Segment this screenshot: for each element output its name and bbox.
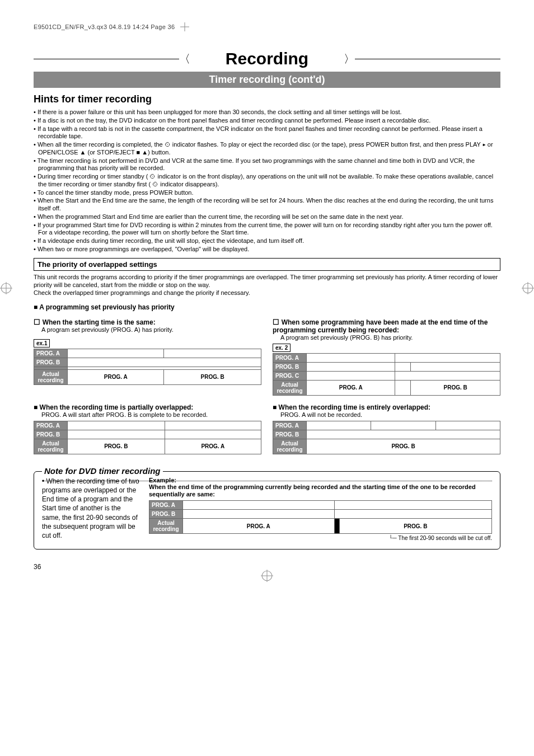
hint-item: If your programmed Start time for DVD re… (34, 222, 500, 237)
case3-desc: PROG. A will start after PROG. B is comp… (41, 411, 261, 419)
case-partial-overlap: When the recording time is partially ove… (34, 403, 261, 454)
case3-title: When the recording time is partially ove… (34, 403, 261, 411)
hint-item: If there is a power failure or this unit… (34, 109, 500, 116)
case-end-time: When some programming have been made at … (273, 313, 500, 395)
schedule-table-partial: PROG. A PROG. B Actual recording PROG. B… (34, 421, 261, 454)
hint-item: When two or more programmings are overla… (34, 246, 500, 253)
actual-b: PROG. B (339, 519, 492, 534)
row-prog-c: PROG. C (273, 371, 307, 380)
crop-mark-icon (180, 22, 189, 32)
section-priority-rule: A programming set previously has priorit… (34, 303, 500, 311)
note-left-text: • When the recording time of two program… (42, 477, 140, 541)
row-actual: Actual recording (149, 519, 183, 534)
row-prog-a: PROG. A (34, 421, 68, 430)
row-prog-a: PROG. A (34, 349, 68, 358)
registration-mark-left (0, 282, 12, 294)
case1-title: When the starting time is the same: (34, 318, 261, 326)
case2-title: When some programming have been made at … (273, 318, 500, 334)
actual-a: PROG. A (307, 380, 395, 395)
row-prog-a: PROG. A (273, 353, 307, 362)
chevron-right-icon: 〉 (344, 51, 355, 67)
actual-b: PROG. B (411, 380, 500, 395)
chevron-left-icon: 〈 (179, 51, 190, 67)
cutoff-note: └─ The first 20-90 seconds will be cut o… (149, 535, 492, 541)
row-prog-b: PROG. B (273, 362, 307, 371)
actual-b: PROG. B (68, 439, 165, 454)
row-actual: Actual recording (34, 369, 68, 384)
example-label: Example: (149, 477, 492, 483)
example-tag-1: ex.1 (34, 339, 50, 348)
row-actual: Actual recording (273, 439, 307, 454)
hint-item: If a videotape ends during timer recordi… (34, 237, 500, 245)
print-header-text: E9501CD_EN/FR_v3.qx3 04.8.19 14:24 Page … (34, 24, 175, 30)
case-same-start: When the starting time is the same: A pr… (34, 313, 261, 395)
print-job-header: E9501CD_EN/FR_v3.qx3 04.8.19 14:24 Page … (34, 22, 500, 32)
hint-item: To cancel the timer standby mode, press … (34, 189, 500, 197)
hints-heading: Hints for timer recording (34, 93, 500, 105)
row-prog-b: PROG. B (34, 430, 68, 439)
title-row: 〈 Recording 〉 (34, 49, 500, 68)
section-subtitle: Timer recording (cont'd) (34, 72, 500, 88)
case2-desc: A program set previously (PROG. B) has p… (280, 334, 500, 341)
row-prog-b: PROG. B (149, 510, 183, 519)
hint-item: The timer recording is not performed in … (34, 157, 500, 173)
page-title: Recording (226, 49, 308, 68)
hint-item: If a disc is not on the tray, the DVD in… (34, 117, 500, 125)
actual-a: PROG. A (183, 519, 335, 534)
hints-list: If there is a power failure or this unit… (34, 109, 500, 253)
note-box: Note for DVD timer recording • When the … (34, 471, 500, 550)
row-prog-b: PROG. B (273, 430, 307, 439)
actual-a: PROG. A (165, 439, 261, 454)
priority-heading: The priority of overlapped settings (34, 258, 500, 271)
row-prog-a: PROG. A (149, 501, 183, 510)
schedule-table-ex1: PROG. A PROG. B Actual recording PROG. A… (34, 349, 261, 385)
actual-b: PROG. B (164, 369, 261, 384)
case4-desc: PROG. A will not be recorded. (280, 411, 500, 419)
row-prog-a: PROG. A (273, 421, 307, 430)
row-actual: Actual recording (34, 439, 68, 454)
actual-a: PROG. A (68, 369, 164, 384)
case1-desc: A program set previously (PROG. A) has p… (41, 326, 261, 334)
schedule-table-entire: PROG. A PROG. B Actual recording PROG. B (273, 421, 500, 454)
example-tag-2: ex. 2 (273, 344, 291, 352)
registration-mark-right (522, 282, 534, 294)
example-desc: When the end time of the programming cur… (149, 483, 492, 498)
priority-text: This unit records the programs according… (34, 273, 500, 297)
schedule-table-note: PROG. A PROG. B Actual recording PROG. A… (149, 500, 492, 534)
hint-item: During timer recording or timer standby … (34, 173, 500, 189)
actual-b: PROG. B (307, 439, 500, 454)
hint-item: When the programmed Start and End time a… (34, 213, 500, 221)
row-actual: Actual recording (273, 380, 307, 395)
row-prog-b: PROG. B (34, 358, 68, 367)
hint-item: If a tape with a record tab is not in th… (34, 125, 500, 141)
schedule-table-ex2: PROG. A PROG. B PROG. C Actual recording… (273, 353, 500, 396)
case4-title: When the recording time is entirely over… (273, 403, 500, 411)
hint-item: When the Start and the End time are the … (34, 197, 500, 213)
hint-item: When all the timer recording is complete… (34, 141, 500, 157)
note-title: Note for DVD timer recording (42, 466, 163, 476)
case-entire-overlap: When the recording time is entirely over… (273, 403, 500, 454)
registration-mark-bottom (261, 570, 273, 582)
